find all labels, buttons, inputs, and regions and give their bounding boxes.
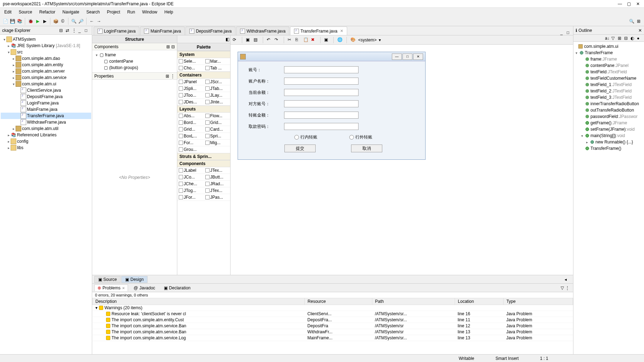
pal-jcombobox[interactable]: JCo... [177,174,204,181]
table-row[interactable]: The import com.simple.atm.entity.CustDep… [93,317,573,323]
new-class-icon[interactable]: © [60,18,66,24]
input-amount[interactable] [284,112,359,119]
palette-containers[interactable]: Containers [177,72,230,79]
canvas-paste-icon[interactable]: 📋 [303,37,309,43]
table-row[interactable]: The import com.simple.atm.service.BanWit… [93,329,573,335]
new-package-icon[interactable]: 📦 [52,18,59,24]
properties-section[interactable]: Properties [94,74,114,79]
col-type[interactable]: Type [503,298,573,305]
canvas-cut-icon[interactable]: ✂ [288,37,293,43]
outline-field[interactable]: frame : JFrame [574,56,643,62]
pal-spring[interactable]: Spri... [204,133,231,140]
components-section[interactable]: Components [94,44,118,49]
outline-method[interactable]: getFrame() : JFrame [574,120,643,126]
outline-close-icon[interactable]: ✕ [638,28,642,33]
canvas-refresh-icon[interactable]: ⟳ [233,37,238,43]
struct-contentpane[interactable]: ▢contentPane [93,58,176,64]
minimize-icon[interactable]: — [618,1,623,6]
pal-jlabel[interactable]: JLabel [177,167,204,174]
close-tab-icon[interactable]: ✕ [340,29,343,33]
pal-selection[interactable]: Sele... [177,58,204,65]
pal-jscroll[interactable]: JScr... [204,79,231,85]
problems-tab[interactable]: ⊗Problems✕ [94,284,128,291]
debug-icon[interactable]: 🐞 [27,18,34,24]
source-tab[interactable]: ▣ Source [94,276,121,283]
pal-jinternal[interactable]: JInte... [204,99,231,106]
run-last-icon[interactable]: ▶ [41,18,48,24]
search-icon[interactable]: 🔎 [78,18,84,24]
palette-components-cat[interactable]: Components [177,160,230,167]
pal-jdesktop[interactable]: JDes... [177,99,204,106]
back-icon[interactable]: ← [89,18,95,24]
pal-group[interactable]: Grou... [177,146,204,153]
outline-field[interactable]: outTransfeRadioButton [574,107,643,113]
pal-mig[interactable]: Mig... [204,140,231,146]
pal-jtoggle[interactable]: JTog... [177,187,204,194]
jre-node[interactable]: ▸📚JRE System Library [JavaSE-1.8] [1,43,91,49]
menu-navigate[interactable]: Navigate [60,9,82,15]
input-balance[interactable] [284,89,359,96]
config-folder[interactable]: ▸config [1,138,91,145]
canvas-copy-icon[interactable]: ⎘ [295,37,301,43]
file-depositframe[interactable]: DepositFrame.java [1,94,91,100]
perspective-icon[interactable]: ⊞ [635,18,642,24]
palette-layouts[interactable]: Layouts [177,106,230,113]
outline-icon6[interactable]: ● [637,36,642,41]
canvas-delete-icon[interactable]: ✖ [311,37,317,43]
menu-source[interactable]: Source [16,9,35,15]
props-icon2[interactable]: ⋮ [171,74,175,79]
file-withdrawframe[interactable]: WithdrawFrame.java [1,119,91,125]
canvas-laf-icon[interactable]: 🎨 [350,37,356,43]
menu-window[interactable]: Window [139,9,160,15]
struct-frame[interactable]: ▾▢frame [93,52,176,58]
pal-border[interactable]: Bord... [177,119,204,126]
pal-jlayered[interactable]: JLay... [204,92,231,99]
pal-gridbag[interactable]: Grid... [177,126,204,133]
design-tab[interactable]: ▣ Design [121,276,148,283]
menu-refactor[interactable]: Refactor [37,9,58,15]
link-editor-icon[interactable]: ⇄ [66,28,71,33]
palette-struts[interactable]: Struts & Sprin... [177,153,230,160]
menu-edit[interactable]: Edit [1,9,15,15]
outline-class[interactable]: ▾TransferFrame [574,50,643,56]
file-clientservice[interactable]: ClientService.java [1,87,91,94]
collapse-icon[interactable]: ⊟ [171,44,175,49]
minimize-editor-icon[interactable]: _ [560,30,565,35]
outline-field[interactable]: textField_3 : JTextField [574,94,643,101]
pkg-dao[interactable]: ▸com.simple.atm.dao [1,55,91,62]
tab-mainframe[interactable]: MainFrame.java [140,27,185,35]
pal-jpassword[interactable]: JPas... [204,194,231,201]
file-loginframe[interactable]: LoginFrame.java [1,100,91,106]
outline-field[interactable]: contentPane : JPanel [574,62,643,69]
pal-flow[interactable]: Flow... [204,113,231,119]
canvas-system-dropdown-icon[interactable]: ▾ [379,38,381,43]
outline-field[interactable]: textField_1 : JTextField [574,81,643,88]
struct-button-groups[interactable]: ▢(button groups) [93,64,176,71]
table-row[interactable]: The import com.simple.atm.service.LogMai… [93,335,573,341]
outline-method[interactable]: setFrame(JFrame) : void [574,126,643,132]
minimize-view-icon[interactable]: _ [78,28,83,33]
radio-inner-transfer[interactable]: 行内转账 [294,134,317,140]
outline-package[interactable]: com.simple.atm.ui [574,43,643,50]
pal-jbutton[interactable]: JButt... [204,174,231,181]
pkg-entity[interactable]: ▸com.simple.atm.entity [1,62,91,68]
pal-choose[interactable]: Cho... [177,65,204,72]
libs-folder[interactable]: ▸libs [1,145,91,151]
canvas-undo-icon[interactable]: ↶ [267,37,272,43]
pal-marquee[interactable]: Mar... [204,58,231,65]
jframe-close-icon[interactable]: ✕ [413,53,423,60]
run-icon[interactable]: ▶ [34,18,41,24]
problems-close-icon[interactable]: ✕ [122,286,125,290]
radio-outer-transfer[interactable]: 行外转账 [349,134,372,140]
outline-constructor[interactable]: TransferFrame() [574,145,643,152]
pal-tab[interactable]: Tab ... [204,65,231,72]
pal-jtextfield[interactable]: JTex... [204,167,231,174]
outline-filter-icon[interactable]: ▽ [611,36,616,41]
pal-jformatted[interactable]: JFor... [177,194,204,201]
palette-toolbar-icon[interactable]: ◧ [226,37,229,42]
open-type-icon[interactable]: 🔍 [71,18,77,24]
maximize-editor-icon[interactable]: □ [567,30,572,35]
save-icon[interactable]: 💾 [9,18,16,24]
save-all-icon[interactable]: 📚 [16,18,23,24]
pkg-util[interactable]: ▸com.simple.atm.util [1,125,91,132]
